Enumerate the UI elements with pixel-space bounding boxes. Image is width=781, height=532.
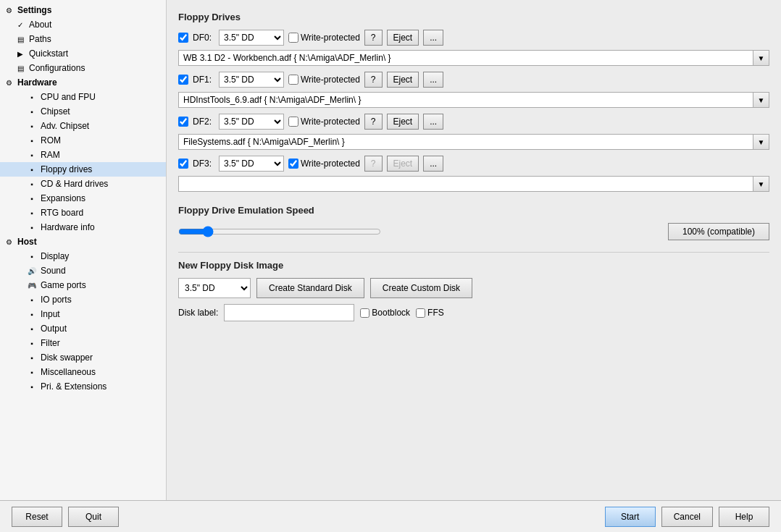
sidebar-item-expansions[interactable]: ▪Expansions [0,191,166,206]
drive-df2-more-button[interactable]: ... [423,114,443,130]
sidebar-label-cd: CD & Hard drives [41,179,108,189]
drive-df3-help-button[interactable]: ? [364,156,383,172]
sidebar-item-settings[interactable]: ⚙Settings [0,3,166,17]
ffs-checkbox[interactable] [416,308,425,318]
drive-df0-type-select[interactable]: 3.5" DD3.5" HD5.25" DDNone [219,30,284,46]
sidebar-item-paths[interactable]: ▤Paths [0,32,166,46]
drive-df2-path-row: FileSystems.adf { N:\Amiga\ADF_Merlin\ }… [178,134,769,150]
drive-df1-write-protect-checkbox[interactable] [288,75,298,85]
hardware-icon: ⚙ [3,77,14,88]
drive-df1-enable-checkbox[interactable] [178,75,188,85]
help-button[interactable]: Help [719,507,769,527]
sound-icon: 🔊 [26,265,38,276]
pri-icon: ▪ [26,381,38,392]
drive-df1-more-button[interactable]: ... [423,72,443,88]
sidebar-item-floppy[interactable]: ▪Floppy drives [0,162,166,177]
sidebar-item-output[interactable]: ▪Output [0,321,166,336]
display-icon: ▪ [26,250,38,262]
drive-df3-eject-button[interactable]: Eject [387,156,419,172]
drive-df0-row: DF0:3.5" DD3.5" HD5.25" DDNoneWrite-prot… [178,30,769,46]
drive-df0-eject-button[interactable]: Eject [387,30,419,46]
drive-df2-help-button[interactable]: ? [364,114,383,130]
sidebar-item-rtg[interactable]: ▪RTG board [0,206,166,220]
sidebar-item-cpu[interactable]: ▪CPU and FPU [0,90,166,104]
drive-df3-enable-checkbox[interactable] [178,159,188,169]
drive-df2-eject-button[interactable]: Eject [387,114,419,130]
start-button[interactable]: Start [605,507,656,527]
sidebar-item-io[interactable]: ▪IO ports [0,292,166,307]
drive-df2-enable-checkbox[interactable] [178,117,188,127]
drive-df2-write-protect-label: Write-protected [288,117,360,127]
sidebar-item-cd[interactable]: ▪CD & Hard drives [0,177,166,191]
io-icon: ▪ [26,294,38,305]
create-custom-disk-button[interactable]: Create Custom Disk [370,278,472,298]
drive-df0-path-row: WB 3.1 D2 - Workbench.adf { N:\Amiga\ADF… [178,50,769,66]
speed-slider[interactable] [178,226,381,237]
sidebar-item-sound[interactable]: 🔊Sound [0,263,166,278]
drive-df2-write-protect-checkbox[interactable] [288,117,298,127]
bootblock-checkbox[interactable] [360,308,369,318]
sidebar-item-pri[interactable]: ▪Pri. & Extensions [0,379,166,394]
drive-df3-more-button[interactable]: ... [423,156,443,172]
drive-df0-enable-checkbox[interactable] [178,33,188,43]
output-icon: ▪ [26,323,38,334]
drive-df3-write-protect-checkbox[interactable] [288,159,298,169]
sidebar-item-display[interactable]: ▪Display [0,249,166,263]
drive-df0-wrapper: DF0:3.5" DD3.5" HD5.25" DDNoneWrite-prot… [178,30,769,66]
sidebar-item-gameports[interactable]: 🎮Game ports [0,278,166,292]
sidebar-label-rom: ROM [41,135,61,145]
drive-df2-path-display[interactable]: FileSystems.adf { N:\Amiga\ADF_Merlin\ } [178,134,753,150]
drive-df1-write-protect-label: Write-protected [288,75,360,85]
sidebar: ⚙Settings✓About▤Paths▶Quickstart▤Configu… [0,0,167,500]
sidebar-label-about: About [29,20,51,30]
create-standard-disk-button[interactable]: Create Standard Disk [256,278,364,298]
sidebar-item-rom[interactable]: ▪ROM [0,133,166,148]
drive-df1-help-button[interactable]: ? [364,72,383,88]
sidebar-item-misc[interactable]: ▪Miscellaneous [0,365,166,379]
drive-df2-wrapper: DF2:3.5" DD3.5" HD5.25" DDNoneWrite-prot… [178,114,769,150]
about-icon: ✓ [14,19,26,30]
drive-df1-type-select[interactable]: 3.5" DD3.5" HD5.25" DDNone [219,72,284,88]
sidebar-item-adv-chipset[interactable]: ▪Adv. Chipset [0,119,166,133]
speed-slider-container [178,226,661,237]
sidebar-item-quickstart[interactable]: ▶Quickstart [0,46,166,61]
sidebar-label-floppy: Floppy drives [41,164,92,174]
sidebar-item-hwinfo[interactable]: ▪Hardware info [0,220,166,235]
speed-display: 100% (compatible) [668,223,769,240]
sidebar-label-rtg: RTG board [41,208,83,218]
drive-df2-type-select[interactable]: 3.5" DD3.5" HD5.25" DDNone [219,114,284,130]
sidebar-label-pri: Pri. & Extensions [41,381,106,392]
drive-df0-path-display[interactable]: WB 3.1 D2 - Workbench.adf { N:\Amiga\ADF… [178,50,753,66]
sidebar-item-chipset[interactable]: ▪Chipset [0,104,166,119]
floppy-icon: ▪ [26,164,38,175]
ram-icon: ▪ [26,149,38,161]
drive-df1-eject-button[interactable]: Eject [387,72,419,88]
sidebar-item-configurations[interactable]: ▤Configurations [0,61,166,75]
sidebar-item-about[interactable]: ✓About [0,17,166,32]
sidebar-item-input[interactable]: ▪Input [0,307,166,321]
drive-df0-dropdown-arrow[interactable]: ▼ [753,50,769,66]
drive-df1-dropdown-arrow[interactable]: ▼ [753,92,769,108]
drive-df3-type-select[interactable]: 3.5" DD3.5" HD5.25" DDNone [219,156,284,172]
drive-df3-write-protect-label: Write-protected [288,159,360,169]
new-disk-type-select[interactable]: 3.5" DD 3.5" HD 5.25" DD [178,278,251,298]
sidebar-item-filter[interactable]: ▪Filter [0,336,166,350]
sidebar-label-misc: Miscellaneous [41,367,96,377]
drive-df0-help-button[interactable]: ? [364,30,383,46]
drive-df3-path-display[interactable] [178,176,753,192]
drive-df3-dropdown-arrow[interactable]: ▼ [753,176,769,192]
sidebar-item-ram[interactable]: ▪RAM [0,148,166,162]
disk-label-input[interactable] [224,304,354,321]
cancel-button[interactable]: Cancel [661,507,713,527]
sidebar-item-diskswapper[interactable]: ▪Disk swapper [0,350,166,365]
drive-df2-label: DF2: [193,117,214,127]
drive-df0-more-button[interactable]: ... [423,30,443,46]
drive-df2-dropdown-arrow[interactable]: ▼ [753,134,769,150]
sidebar-item-hardware[interactable]: ⚙Hardware [0,75,166,90]
drive-df3-wrapper: DF3:3.5" DD3.5" HD5.25" DDNoneWrite-prot… [178,156,769,192]
sidebar-item-host[interactable]: ⚙Host [0,235,166,249]
drive-df1-path-display[interactable]: HDInstTools_6.9.adf { N:\Amiga\ADF_Merli… [178,92,753,108]
reset-button[interactable]: Reset [12,507,62,527]
quit-button[interactable]: Quit [68,507,119,527]
drive-df0-write-protect-checkbox[interactable] [288,33,298,43]
